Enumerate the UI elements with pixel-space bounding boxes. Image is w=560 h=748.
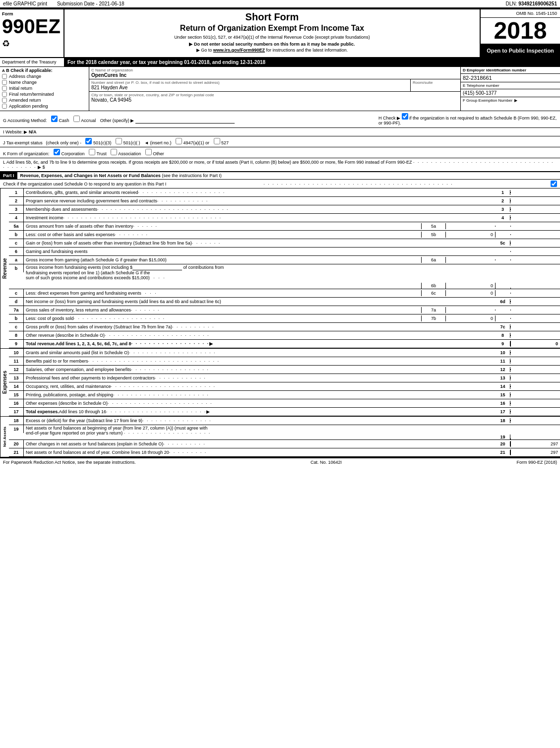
row-amount-18 — [510, 420, 560, 421]
row-num-1: 1 — [9, 188, 24, 196]
address-checkbox[interactable] — [2, 74, 7, 79]
efile-label: efile GRAPHIC print — [3, 1, 47, 6]
other-form-checkbox[interactable] — [145, 149, 152, 155]
part1-label: Part I — [0, 172, 17, 179]
row-desc-2: Program service revenue including govern… — [24, 198, 496, 204]
row-desc-5c: Gain or (loss) from sale of assets other… — [24, 240, 496, 246]
revenue-rows: 1 Contributions, gifts, grants, and simi… — [9, 188, 560, 348]
trust-checkbox[interactable] — [89, 149, 95, 155]
row-desc-9: Total revenue. Add lines 1, 2, 3, 4, 5c,… — [24, 341, 496, 347]
part1-label-text: Part I — [3, 173, 14, 178]
row-amount-12 — [510, 369, 560, 370]
row-val-7b: 0 — [446, 315, 496, 321]
under-section: Under section 501(c), 527, or 4947(a)(1)… — [68, 35, 476, 40]
part1-schedule-o-checkbox[interactable] — [551, 181, 557, 187]
row-amount-1 — [510, 192, 560, 193]
row-val-6b: 0 — [446, 283, 496, 289]
employer-col: D Employer identification number 82-2318… — [461, 67, 560, 111]
corp-checkbox[interactable] — [54, 149, 60, 155]
row-amount-2 — [510, 200, 560, 201]
h-checkbox[interactable] — [402, 113, 408, 120]
accrual-label: Accrual — [81, 118, 96, 123]
table-row: 21 Net assets or fund balances at end of… — [9, 448, 560, 457]
row-num-13: 13 — [9, 374, 24, 382]
row-ref-7b: 7b — [421, 315, 446, 321]
row-amount-10 — [510, 352, 560, 353]
cash-checkbox[interactable] — [51, 116, 58, 122]
checkbox-address: Address change — [2, 74, 87, 79]
accounting-accrual: Accrual — [73, 118, 97, 123]
row-desc-7c: Gross profit or (loss) from sales of inv… — [24, 324, 496, 330]
row-ref-6a: 6a — [421, 257, 446, 263]
net-assets-section: Net Assets 18 Excess or (deficit) for th… — [0, 417, 560, 458]
row-line-12: 12 — [496, 367, 510, 372]
row-num-14: 14 — [9, 382, 24, 390]
footer-form: Form 990-EZ (2018) — [516, 460, 557, 465]
phone-value: (415) 500-1377 — [461, 89, 560, 97]
row-desc-1: Contributions, gifts, grants, and simila… — [24, 189, 496, 195]
row-desc-3: Membership dues and assessments · · · · … — [24, 206, 496, 212]
row-amount-7a — [510, 310, 560, 311]
goto-url[interactable]: www.irs.gov/Form990EZ — [213, 48, 265, 53]
ein-value: 82-2318661 — [461, 74, 560, 82]
final-checkbox[interactable] — [2, 92, 7, 97]
address-field: Number and street (or P. O. box, if mail… — [89, 79, 411, 91]
accounting-cash: Cash — [51, 118, 70, 123]
website-value: N/A — [29, 129, 37, 134]
name-checkbox[interactable] — [2, 80, 7, 85]
row-num-7a: 7a — [9, 306, 24, 314]
cash-label: Cash — [59, 118, 69, 123]
open-to-public-text: Open to Public Inspection — [487, 47, 554, 54]
gross-receipts-label: L Add lines 5b, 6c, and 7b to line 9 to … — [3, 160, 412, 165]
top-bar-left: efile GRAPHIC print Submission Date - 20… — [3, 1, 124, 6]
row-line-14: 14 — [496, 384, 510, 389]
row-num-2: 2 — [9, 197, 24, 205]
row-desc-19: Net assets or fund balances at beginning… — [24, 425, 496, 436]
4947-checkbox[interactable] — [176, 138, 182, 144]
row-num-15: 15 — [9, 391, 24, 399]
accounting-left: G Accounting Method: Cash Accrual Other … — [3, 116, 373, 124]
accrual-checkbox[interactable] — [73, 116, 80, 122]
header-center: Short Form Return of Organization Exempt… — [64, 9, 481, 57]
table-row: c Gain or (loss) from sale of assets oth… — [9, 239, 560, 248]
row-amount-7c — [510, 326, 560, 327]
trust-option: Trust — [89, 151, 108, 156]
501c3-checkbox[interactable] — [85, 138, 92, 144]
row-num-10: 10 — [9, 349, 24, 357]
open-to-public: Open to Public Inspection — [481, 44, 560, 57]
row-amount-7b — [510, 318, 560, 319]
tax-year-ending: , and ending 12-31-2018 — [209, 60, 265, 65]
submission-date: Submission Date - 2021-06-18 — [57, 1, 124, 6]
row-desc-17: Total expenses. Add lines 10 through 16 … — [24, 409, 496, 415]
pending-checkbox[interactable] — [2, 104, 7, 109]
row-num-5a: 5a — [9, 222, 24, 230]
row-desc-5b: Less: cost or other basis and sales expe… — [24, 232, 421, 238]
row-num-6d: d — [9, 298, 24, 306]
row-desc-6b: Gross income from fundraising events (no… — [24, 264, 421, 281]
group-exemption-arrow: ▶ — [514, 98, 517, 103]
row-desc-16: Other expenses (describe in Schedule O) … — [24, 400, 496, 406]
row-line-13: 13 — [496, 375, 510, 380]
row-line-9: 9 — [496, 341, 510, 346]
row-num-21: 21 — [9, 448, 24, 456]
accounting-other: Other (specify) ▶ — [100, 118, 235, 123]
row-desc-11: Benefits paid to or for members · · · · … — [24, 358, 496, 364]
row-num-17: 17 — [9, 408, 24, 416]
row-desc-10: Grants and similar amounts paid (list in… — [24, 350, 496, 356]
amended-checkbox[interactable] — [2, 98, 7, 103]
501c-checkbox[interactable] — [116, 138, 122, 144]
dept-treasury: Department of the Treasury — [0, 58, 64, 66]
table-row: 16 Other expenses (describe in Schedule … — [9, 399, 560, 408]
address-label: Address change — [9, 74, 41, 79]
row-line-11: 11 — [496, 359, 510, 364]
form-number: 990EZ — [2, 16, 62, 36]
527-checkbox[interactable] — [214, 138, 220, 144]
row-val-6a — [446, 259, 496, 260]
initial-checkbox[interactable] — [2, 86, 7, 91]
dln-label: DLN: — [506, 1, 517, 6]
table-row: 14 Occupancy, rent, utilities, and maint… — [9, 382, 560, 391]
header-section: Form 990EZ ♻ Short Form Return of Organi… — [0, 8, 560, 58]
assoc-checkbox[interactable] — [111, 149, 117, 155]
tax-status-section: J Tax-exempt status (check only one) - 5… — [0, 136, 560, 147]
row-amount-15 — [510, 394, 560, 395]
